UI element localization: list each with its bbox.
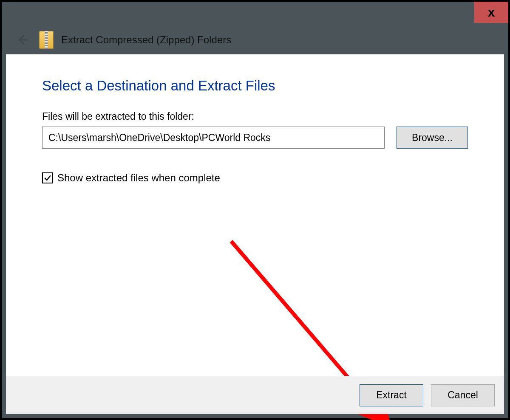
show-files-checkbox[interactable] (42, 172, 53, 183)
show-files-label: Show extracted files when complete (57, 172, 220, 184)
browse-button[interactable]: Browse... (397, 127, 468, 149)
checkmark-icon (43, 174, 52, 182)
wizard-content: Select a Destination and Extract Files F… (6, 54, 504, 376)
client-area: Select a Destination and Extract Files F… (6, 54, 504, 414)
zip-folder-icon (39, 31, 54, 49)
destination-row: Browse... (42, 127, 468, 149)
back-button (14, 31, 31, 48)
destination-path-input[interactable] (42, 127, 385, 149)
cancel-button[interactable]: Cancel (431, 384, 495, 406)
destination-label: Files will be extracted to this folder: (42, 111, 468, 122)
dialog-footer: Extract Cancel (6, 376, 504, 414)
titlebar: Extract Compressed (Zipped) Folders (2, 27, 508, 53)
window-title: Extract Compressed (Zipped) Folders (61, 34, 231, 46)
page-heading: Select a Destination and Extract Files (42, 78, 468, 94)
close-button[interactable]: x (474, 2, 508, 23)
close-icon: x (488, 5, 495, 20)
show-files-checkbox-row[interactable]: Show extracted files when complete (42, 172, 468, 184)
window-frame: x Extract Compressed (Zipped) Folders Se… (0, 0, 510, 420)
extract-button[interactable]: Extract (360, 384, 423, 406)
